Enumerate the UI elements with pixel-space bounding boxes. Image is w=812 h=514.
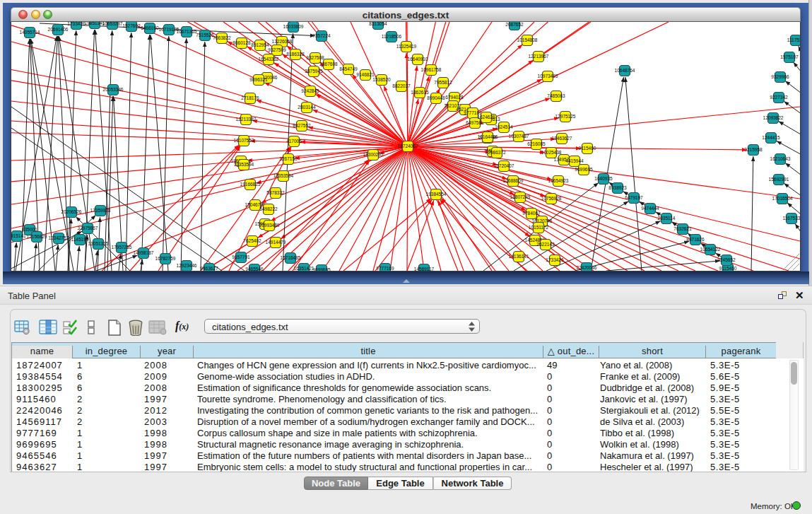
svg-text:10164486: 10164486 (478, 134, 498, 139)
svg-text:1640935: 1640935 (594, 176, 613, 181)
svg-text:16640910: 16640910 (408, 57, 428, 62)
svg-text:8427552: 8427552 (293, 123, 311, 128)
svg-text:12093822: 12093822 (763, 115, 784, 120)
svg-text:20993489: 20993489 (259, 223, 280, 228)
svg-text:6466160: 6466160 (141, 25, 159, 30)
svg-text:1145193: 1145193 (71, 237, 89, 242)
svg-text:2718176: 2718176 (241, 95, 259, 100)
svg-text:417006: 417006 (286, 139, 302, 144)
svg-text:1362615: 1362615 (411, 90, 429, 95)
svg-text:14914479: 14914479 (266, 240, 286, 245)
svg-text:3875945: 3875945 (305, 69, 323, 74)
svg-text:20691406: 20691406 (48, 27, 69, 32)
svg-text:9915141: 9915141 (11, 233, 26, 238)
svg-text:16351421: 16351421 (294, 266, 314, 271)
svg-text:12342757: 12342757 (49, 235, 69, 240)
svg-text:7357224: 7357224 (312, 33, 331, 38)
svg-text:3267150: 3267150 (279, 156, 298, 161)
svg-text:14055714: 14055714 (20, 30, 40, 35)
svg-text:12156829: 12156829 (27, 234, 47, 239)
svg-text:1575107: 1575107 (780, 54, 799, 59)
svg-text:9115460: 9115460 (579, 146, 596, 151)
svg-text:9245652: 9245652 (717, 257, 736, 262)
svg-text:13226058: 13226058 (272, 39, 293, 44)
svg-text:2867608: 2867608 (319, 62, 338, 66)
svg-text:12923446: 12923446 (177, 263, 197, 268)
svg-text:7515526: 7515526 (196, 33, 214, 37)
svg-text:6216085: 6216085 (527, 141, 546, 146)
svg-text:8454749: 8454749 (339, 66, 358, 71)
svg-text:7625402: 7625402 (243, 238, 261, 243)
svg-text:18807249: 18807249 (510, 194, 531, 199)
svg-text:9146821: 9146821 (356, 72, 375, 77)
svg-text:1117532: 1117532 (787, 37, 800, 42)
svg-text:8313054: 8313054 (369, 22, 387, 26)
svg-text:32975867: 32975867 (78, 226, 98, 230)
svg-text:10973493: 10973493 (538, 74, 558, 78)
svg-text:8471626: 8471626 (686, 237, 705, 242)
svg-text:8660128: 8660128 (233, 40, 251, 45)
svg-text:19166825: 19166825 (240, 182, 261, 187)
svg-text:8912954: 8912954 (251, 42, 269, 47)
svg-text:8186328: 8186328 (286, 52, 305, 57)
svg-text:8822037: 8822037 (392, 83, 411, 88)
svg-text:5498222: 5498222 (259, 206, 278, 211)
svg-text:9242845: 9242845 (301, 88, 319, 93)
svg-text:2986372: 2986372 (488, 150, 506, 155)
svg-text:1167533: 1167533 (783, 216, 800, 221)
svg-text:2087652: 2087652 (505, 22, 524, 27)
svg-text:10151172: 10151172 (529, 225, 549, 230)
svg-text:1733426: 1733426 (546, 257, 564, 262)
svg-text:20206526: 20206526 (61, 209, 82, 214)
svg-text:7632621: 7632621 (673, 226, 692, 231)
svg-text:7485063: 7485063 (547, 93, 565, 98)
svg-text:1538520: 1538520 (372, 77, 391, 82)
svg-text:9777169: 9777169 (376, 266, 394, 271)
svg-text:2522143: 2522143 (536, 242, 555, 247)
svg-text:18463627: 18463627 (552, 136, 572, 141)
svg-text:10025438: 10025438 (541, 150, 562, 155)
svg-text:7955812: 7955812 (434, 80, 452, 85)
svg-text:12213967: 12213967 (529, 54, 549, 59)
svg-text:9329966: 9329966 (771, 74, 789, 79)
svg-text:9463627: 9463627 (200, 266, 218, 271)
svg-text:9115460: 9115460 (719, 266, 737, 271)
svg-text:1624514: 1624514 (495, 124, 513, 129)
svg-text:9227342: 9227342 (770, 95, 788, 100)
svg-text:16107553: 16107553 (234, 138, 254, 143)
svg-text:22420046: 22420046 (577, 265, 597, 270)
svg-text:3215958: 3215958 (744, 147, 763, 152)
svg-text:16671365: 16671365 (177, 29, 197, 34)
svg-text:4415944: 4415944 (565, 158, 584, 163)
svg-text:10654122: 10654122 (700, 247, 721, 252)
svg-text:1527602: 1527602 (122, 23, 141, 28)
svg-text:11325419: 11325419 (396, 44, 417, 49)
svg-text:16210643: 16210643 (770, 156, 791, 161)
svg-text:8938923: 8938923 (608, 185, 627, 190)
svg-text:6794028: 6794028 (445, 95, 464, 100)
svg-text:18724007: 18724007 (398, 144, 418, 148)
svg-text:10653287: 10653287 (102, 22, 123, 26)
svg-text:11353594: 11353594 (273, 173, 294, 178)
svg-text:10648764: 10648764 (615, 68, 635, 73)
svg-text:9784067: 9784067 (522, 211, 541, 216)
svg-text:10154808: 10154808 (517, 37, 538, 42)
svg-text:8990448: 8990448 (427, 95, 445, 100)
svg-text:12975125: 12975125 (555, 114, 576, 119)
svg-text:1624626: 1624626 (477, 115, 495, 119)
svg-text:9699695: 9699695 (575, 167, 593, 172)
svg-text:5878332: 5878332 (266, 190, 285, 195)
svg-text:9657791: 9657791 (232, 255, 250, 259)
svg-text:12213382: 12213382 (236, 117, 257, 122)
svg-text:15716485: 15716485 (281, 255, 301, 260)
svg-text:9896321: 9896321 (249, 77, 268, 82)
svg-text:9699695: 9699695 (312, 267, 331, 271)
svg-text:14136141: 14136141 (509, 254, 529, 259)
svg-text:17016504: 17016504 (772, 196, 793, 201)
svg-text:2803144: 2803144 (298, 105, 316, 110)
svg-text:14958187: 14958187 (134, 250, 154, 255)
svg-text:1733426: 1733426 (67, 22, 86, 26)
svg-text:19384554: 19384554 (426, 192, 447, 197)
svg-text:16543362: 16543362 (259, 57, 279, 62)
svg-text:10961758: 10961758 (421, 67, 442, 72)
